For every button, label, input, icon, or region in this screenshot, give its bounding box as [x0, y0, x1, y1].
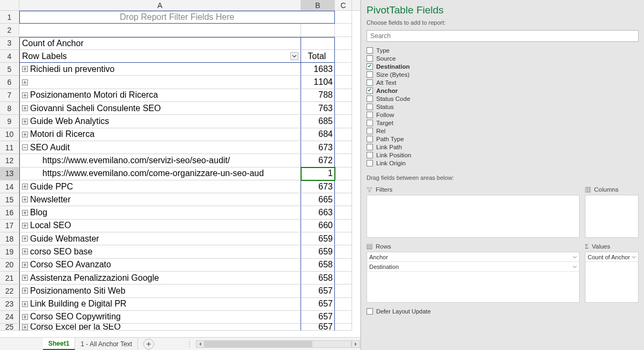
row-header[interactable]: 12: [0, 154, 19, 167]
field-checkbox[interactable]: [367, 128, 373, 134]
pivot-value-cell[interactable]: 763: [301, 102, 335, 115]
field-checkbox[interactable]: [367, 160, 373, 166]
chevron-down-icon[interactable]: [573, 255, 577, 259]
cell[interactable]: [301, 24, 335, 37]
pivot-value-cell[interactable]: 672: [301, 154, 335, 167]
pivot-value-cell[interactable]: 1683: [301, 63, 335, 76]
row-header[interactable]: 7: [0, 89, 19, 102]
pivot-value-cell[interactable]: 684: [301, 128, 335, 141]
field-row[interactable]: Source: [367, 54, 639, 62]
pivot-child-cell[interactable]: https://www.evemilano.com/come-organizza…: [19, 167, 301, 180]
collapse-icon[interactable]: [22, 144, 28, 150]
pivot-value-cell[interactable]: 665: [301, 193, 335, 206]
row-header[interactable]: 2: [0, 24, 19, 37]
pivot-group-cell[interactable]: Assistenza Penalizzazioni Google: [19, 272, 301, 285]
row-header[interactable]: 4: [0, 50, 19, 63]
field-checkbox[interactable]: [367, 71, 373, 78]
field-checkbox[interactable]: [367, 112, 373, 118]
pivot-group-cell[interactable]: Richiedi un preventivo: [19, 63, 301, 76]
columns-drop-area[interactable]: [585, 195, 639, 238]
field-row[interactable]: Link Path: [367, 143, 639, 151]
total-header[interactable]: Total: [301, 50, 335, 63]
scroll-left-button[interactable]: [196, 340, 204, 348]
cell[interactable]: [335, 232, 352, 245]
cell[interactable]: [301, 37, 335, 50]
row-header[interactable]: 5: [0, 63, 19, 76]
col-header-a[interactable]: A: [19, 0, 301, 10]
pivot-group-cell[interactable]: Corso Excel per la SEO: [19, 324, 301, 331]
field-row[interactable]: Size (Bytes): [367, 70, 639, 78]
expand-icon[interactable]: [22, 196, 28, 202]
pivot-value-cell[interactable]: 658: [301, 272, 335, 285]
sheet-tab[interactable]: 1 - All Anchor Text: [75, 338, 138, 350]
expand-icon[interactable]: [22, 92, 28, 98]
row-header[interactable]: 1: [0, 11, 19, 24]
cell[interactable]: [335, 259, 352, 272]
field-row[interactable]: Status: [367, 103, 639, 111]
expand-icon[interactable]: [22, 79, 28, 85]
expand-icon[interactable]: [22, 288, 28, 294]
expand-icon[interactable]: [22, 105, 28, 111]
col-header-b[interactable]: B: [301, 0, 335, 10]
cell[interactable]: [335, 324, 352, 331]
field-checkbox[interactable]: [367, 144, 373, 150]
row-header[interactable]: 24: [0, 311, 19, 324]
cell[interactable]: [335, 154, 352, 167]
field-checkbox[interactable]: [367, 104, 373, 110]
cell[interactable]: [335, 128, 352, 141]
cell[interactable]: [19, 24, 301, 37]
field-checkbox[interactable]: [367, 152, 373, 158]
pivot-value-cell[interactable]: 1104: [301, 76, 335, 89]
pivot-group-cell[interactable]: Giovanni Sacheli Consulente SEO: [19, 102, 301, 115]
row-header[interactable]: 18: [0, 232, 19, 245]
expand-icon[interactable]: [22, 184, 28, 189]
field-row[interactable]: Rel: [367, 127, 639, 135]
row-header[interactable]: 23: [0, 298, 19, 311]
pivot-value-cell[interactable]: 685: [301, 115, 335, 128]
field-checkbox[interactable]: [367, 63, 373, 70]
pivot-value-cell[interactable]: 658: [301, 259, 335, 272]
expand-icon[interactable]: [22, 119, 28, 125]
row-header[interactable]: 16: [0, 206, 19, 219]
pivot-value-cell[interactable]: 663: [301, 206, 335, 219]
row-header[interactable]: 11: [0, 141, 19, 154]
field-checkbox[interactable]: [367, 88, 373, 94]
field-row[interactable]: Alt Text: [367, 78, 639, 86]
pivot-value-cell[interactable]: 657: [301, 285, 335, 297]
expand-icon[interactable]: [22, 275, 28, 281]
expand-icon[interactable]: [22, 223, 28, 229]
chevron-down-icon[interactable]: [632, 255, 636, 259]
cell[interactable]: [335, 272, 352, 285]
pivot-group-cell[interactable]: SEO Audit: [19, 141, 301, 154]
grid-body[interactable]: 1 Drop Report Filter Fields Here 2 3 Cou…: [0, 11, 360, 337]
cell[interactable]: [335, 37, 352, 50]
add-sheet-button[interactable]: [143, 339, 154, 349]
pivot-value-cell[interactable]: 657: [301, 298, 335, 311]
cell[interactable]: [335, 167, 352, 180]
field-row[interactable]: Link Origin: [367, 159, 639, 167]
pivot-group-cell[interactable]: [19, 76, 301, 89]
pivot-group-cell[interactable]: Corso SEO Avanzato: [19, 259, 301, 272]
field-checkbox[interactable]: [367, 55, 373, 62]
expand-icon[interactable]: [22, 301, 28, 307]
field-checkbox[interactable]: [367, 79, 373, 86]
pivot-group-cell[interactable]: Motori di Ricerca: [19, 128, 301, 141]
pivot-group-cell[interactable]: Link Building e Digital PR: [19, 298, 301, 311]
cell[interactable]: [335, 11, 352, 24]
pivot-value-cell[interactable]: 659: [301, 245, 335, 258]
pivot-value-cell[interactable]: 673: [301, 141, 335, 154]
cell[interactable]: [335, 102, 352, 115]
expand-icon[interactable]: [22, 66, 28, 72]
pivot-value-name[interactable]: Count of Anchor: [19, 37, 301, 50]
field-checkbox[interactable]: [367, 120, 373, 126]
row-header[interactable]: 3: [0, 37, 19, 50]
sheet-tab[interactable]: Sheet1: [43, 338, 75, 350]
cell[interactable]: [335, 180, 352, 193]
pivot-group-cell[interactable]: Guide Webmaster: [19, 232, 301, 245]
expand-icon[interactable]: [22, 324, 28, 330]
cell[interactable]: [335, 24, 352, 37]
row-header[interactable]: 10: [0, 128, 19, 141]
cell[interactable]: [335, 285, 352, 297]
pivot-group-cell[interactable]: Posizionamento Siti Web: [19, 285, 301, 297]
rows-drop-area[interactable]: AnchorDestination: [367, 252, 580, 303]
